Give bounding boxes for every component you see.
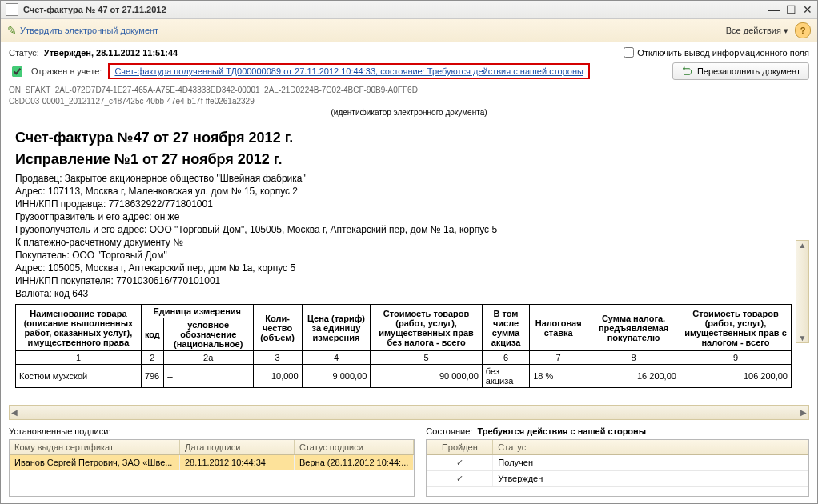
tech-id-block: ON_SFAKT_2AL-072D7D74-1E27-465A-A75E-4D4…: [1, 85, 817, 118]
reflected-checkbox[interactable]: [12, 66, 22, 77]
refill-button[interactable]: ⮌ Перезаполнить документ: [672, 62, 809, 80]
th-taxrate: Налоговая ставка: [530, 305, 587, 351]
invoice-table: Наименование товара (описание выполненны…: [15, 304, 792, 388]
titlebar: Счет-фактура № 47 от 27.11.2012 — ☐ ✕: [1, 1, 817, 19]
horizontal-scrollbar[interactable]: ◀ ▶: [9, 405, 809, 420]
approve-icon: ✎: [7, 24, 17, 37]
th-excise: В том числе сумма акциза: [482, 305, 529, 351]
th-qty: Коли-чество (объем): [253, 305, 302, 351]
refresh-arrow-icon: ⮌: [681, 65, 692, 78]
buyer-inn: ИНН/КПП покупателя: 7701030616/770101001: [15, 275, 792, 286]
reflected-label: Отражен в учете:: [31, 66, 102, 76]
signatures-panel: Установленные подписи: Кому выдан сертиф…: [9, 425, 415, 497]
approve-label: Утвердить электронный документ: [20, 26, 158, 35]
tech-line2: C8DC03-00001_20121127_c487425c-40bb-47e4…: [9, 96, 809, 107]
scroll-left-icon[interactable]: ◀: [11, 408, 18, 417]
related-document-link[interactable]: Счет-фактура полученный ТД000000089 от 2…: [108, 63, 589, 79]
seller-addr: Адрес: 107113, Москва г, Маленковская ул…: [15, 186, 792, 197]
th-sig-who: Кому выдан сертификат: [10, 440, 180, 454]
th-sig-date: Дата подписи: [180, 440, 295, 454]
th-unit-name: условное обозначение (национальное): [163, 318, 253, 351]
currency: Валюта: код 643: [15, 288, 792, 299]
scroll-up-icon[interactable]: ▲: [799, 241, 807, 250]
restore-icon[interactable]: ☐: [786, 3, 796, 16]
th-price: Цена (тариф) за единицу измерения: [302, 305, 371, 351]
consignee: Грузополучатель и его адрес: ООО "Торгов…: [15, 224, 792, 235]
close-icon[interactable]: ✕: [803, 3, 812, 16]
seller: Продавец: Закрытое акционерное общество …: [15, 173, 792, 184]
doc-title-1: Счет-фактура №47 от 27 ноября 2012 г.: [15, 130, 792, 146]
shipper: Грузоотправитель и его адрес: он же: [15, 211, 792, 222]
vertical-scrollbar[interactable]: ▲ ▼: [796, 240, 809, 343]
status-label: Статус:: [9, 48, 39, 58]
th-unit: Единица измерения: [141, 305, 253, 318]
status-value: Утвержден, 28.11.2012 11:51:44: [44, 48, 178, 58]
th-name: Наименование товара (описание выполненны…: [16, 305, 142, 351]
check-icon: ✓: [427, 455, 493, 470]
suppress-info-checkbox[interactable]: Отключить вывод информационного поля: [624, 47, 809, 58]
th-cost-tax: Стоимость товаров (работ, услуг), имущес…: [680, 305, 791, 351]
all-actions-dropdown[interactable]: Все действия ▾: [726, 26, 788, 36]
state-row[interactable]: ✓ Получен: [427, 455, 808, 471]
check-icon: ✓: [427, 471, 493, 486]
approve-button[interactable]: ✎ Утвердить электронный документ: [7, 24, 158, 37]
toolbar: ✎ Утвердить электронный документ Все дей…: [1, 19, 817, 42]
signatures-row[interactable]: Иванов Сергей Петрович, ЗАО «Шве... 28.1…: [10, 455, 414, 470]
signatures-grid: Кому выдан сертификат Дата подписи Стату…: [9, 439, 415, 497]
scroll-right-icon[interactable]: ▶: [800, 408, 807, 417]
state-row[interactable]: ✓ Утвержден: [427, 471, 808, 487]
help-icon[interactable]: ?: [795, 22, 811, 38]
paydoc: К платежно-расчетному документу №: [15, 237, 792, 248]
th-sig-status: Статус подписи: [295, 440, 414, 454]
window-title: Счет-фактура № 47 от 27.11.2012: [23, 5, 166, 14]
th-cost-notax: Стоимость товаров (работ, услуг), имущес…: [371, 305, 483, 351]
doc-title-2: Исправление №1 от 27 ноября 2012 г.: [15, 151, 792, 168]
th-taxsum: Сумма налога, предъявляемая покупателю: [587, 305, 680, 351]
doc-icon: [6, 3, 18, 16]
tech-id-caption: (идентификатор электронного документа): [9, 107, 809, 118]
scroll-down-icon[interactable]: ▼: [799, 334, 807, 342]
app-window: Счет-фактура № 47 от 27.11.2012 — ☐ ✕ ✎ …: [0, 0, 818, 504]
th-unit-code: код: [141, 318, 163, 351]
link-row: Отражен в учете: Счет-фактура полученный…: [1, 62, 817, 85]
signatures-caption: Установленные подписи:: [9, 425, 415, 439]
buyer: Покупатель: ООО "Торговый Дом": [15, 250, 792, 261]
bottom-panels: Установленные подписи: Кому выдан сертиф…: [1, 425, 817, 503]
seller-inn: ИНН/КПП продавца: 7718632922/771801001: [15, 198, 792, 210]
buyer-addr: Адрес: 105005, Москва г, Аптекарский пер…: [15, 262, 792, 274]
minimize-icon[interactable]: —: [768, 3, 780, 16]
document-body: Счет-фактура №47 от 27 ноября 2012 г. Ис…: [9, 122, 809, 403]
state-panel: Состояние: Требуются действия с нашей ст…: [426, 425, 809, 497]
table-row: Костюм мужской 796 -- 10,000 9 000,00 90…: [16, 365, 792, 388]
state-grid: Пройден Статус ✓ Получен ✓ Утвержден: [426, 439, 809, 497]
chevron-down-icon: ▾: [784, 26, 788, 35]
status-row: Статус: Утвержден, 28.11.2012 11:51:44 О…: [1, 42, 817, 62]
tech-line1: ON_SFAKT_2AL-072D7D74-1E27-465A-A75E-4D4…: [9, 85, 809, 96]
state-caption: Состояние: Требуются действия с нашей ст…: [426, 425, 809, 439]
th-state-status: Статус: [493, 440, 808, 454]
th-state-passed: Пройден: [427, 440, 493, 454]
